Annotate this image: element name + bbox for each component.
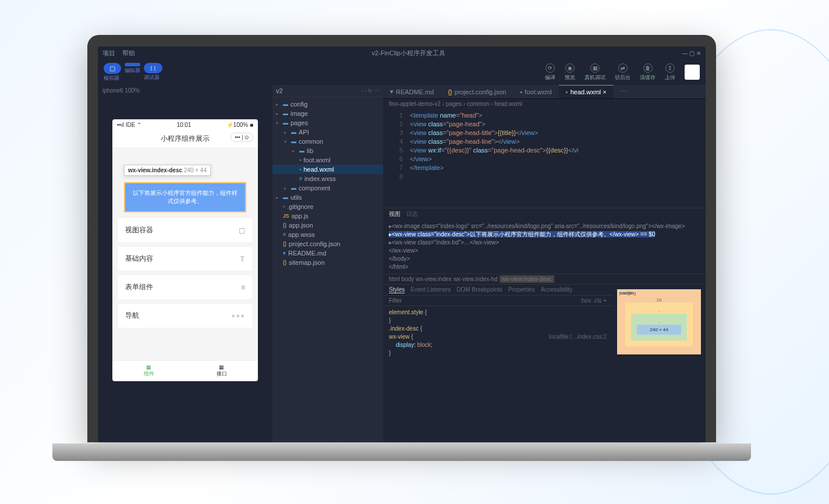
titlebar: 项目帮助 v2-FinClip小程序开发工具 — ▢ ✕: [98, 47, 706, 59]
styles-filter-input[interactable]: [389, 297, 580, 304]
list-item[interactable]: 基础内容𝕋: [118, 247, 252, 271]
tree-item-utils[interactable]: ▸▬utils: [272, 193, 383, 202]
inspect-tooltip: wx-view.index-desc 240 × 44: [124, 165, 211, 176]
tab-project.config.json[interactable]: {}project.config.json: [441, 85, 513, 98]
tree-item-pages[interactable]: ▾▬pages: [272, 118, 383, 127]
styles-tab-Styles[interactable]: Styles: [389, 286, 405, 293]
elements-panel[interactable]: ▸<wx-image class="index-logo" src="../re…: [383, 220, 706, 274]
tab-组件[interactable]: ▦组件: [112, 361, 185, 381]
tree-item-head.wxml[interactable]: ▪head.wxml: [272, 165, 383, 174]
status-time: 10:01: [176, 122, 191, 128]
toolbar-调试器[interactable]: ⫶⫶: [144, 63, 162, 73]
filter-toggles[interactable]: :hov .cls +: [580, 297, 607, 304]
styles-tab-Properties[interactable]: Properties: [508, 286, 535, 293]
list-item[interactable]: 导航∘∘∘: [118, 304, 252, 328]
app-title: 小程序组件展示: [161, 134, 210, 143]
tab-接口[interactable]: ▦接口: [185, 361, 258, 381]
toolbar-上传[interactable]: ↥上传: [665, 63, 675, 81]
tree-root: v2: [276, 87, 283, 94]
crumb-wx-view.index[interactable]: wx-view.index: [416, 276, 452, 282]
tree-item-app.wxss[interactable]: #app.wxss: [272, 230, 383, 239]
code-editor[interactable]: 1<template name="head">2 <view class="pa…: [383, 109, 706, 208]
avatar[interactable]: [685, 65, 700, 80]
toolbar-编译[interactable]: ⟳编译: [545, 63, 555, 81]
crumb-wx-view.index-desc[interactable]: wx-view.index-desc: [499, 275, 554, 283]
toolbar: ▢模拟器编辑器⫶⫶调试器 ⟳编译◉预览▦真机调试⇄切后台🗑清缓存↥上传: [98, 59, 706, 85]
tree-item-config[interactable]: ▸▬config: [272, 100, 383, 109]
tree-item-common[interactable]: ▾▬common: [272, 137, 383, 146]
toolbar-预览[interactable]: ◉预览: [565, 63, 575, 81]
crumb-html[interactable]: html: [389, 276, 400, 282]
status-right: ⚡100% ■: [226, 122, 253, 128]
tree-item-API[interactable]: ▸▬API: [272, 127, 383, 137]
crumb-body[interactable]: body: [402, 276, 414, 282]
styles-tab-DOM Breakpoints[interactable]: DOM Breakpoints: [456, 286, 502, 293]
tree-item-.gitignore[interactable]: ▫.gitignore: [272, 202, 383, 211]
highlighted-element[interactable]: 以下将展示小程序官方组件能力，组件样式仅供参考。: [124, 182, 246, 212]
editor-tabs[interactable]: ▾README.md{}project.config.json▪foot.wxm…: [383, 85, 706, 99]
css-rules[interactable]: element.style {}.index-desc {</span></di…: [383, 306, 612, 360]
devtools-tab-视图[interactable]: 视图: [389, 210, 401, 218]
tree-item-component[interactable]: ▸▬component: [272, 183, 383, 193]
breadcrumb[interactable]: fino-applet-demo-v2 › pages › common › h…: [383, 99, 706, 109]
tab-README.md[interactable]: ▾README.md: [383, 85, 441, 98]
ide-screen: 项目帮助 v2-FinClip小程序开发工具 — ▢ ✕ ▢模拟器编辑器⫶⫶调试…: [98, 47, 706, 442]
menu-帮助[interactable]: 帮助: [122, 49, 135, 58]
tab-foot.wxml[interactable]: ▪foot.wxml: [513, 85, 558, 98]
file-tree[interactable]: ▸▬config▸▬image▾▬pages▸▬API▾▬common▸▬lib…: [272, 97, 383, 269]
window-title: v2-FinClip小程序开发工具: [135, 49, 682, 58]
toolbar-切后台[interactable]: ⇄切后台: [615, 63, 630, 81]
status-left: ••ıl IDE ⌃: [117, 122, 141, 128]
laptop-mockup: 项目帮助 v2-FinClip小程序开发工具 — ▢ ✕ ▢模拟器编辑器⫶⫶调试…: [87, 35, 716, 454]
list-item[interactable]: 表单组件≡: [118, 275, 252, 299]
dom-breadcrumb[interactable]: html body wx-view.index wx-view.index-hd…: [383, 274, 706, 285]
tree-item-app.json[interactable]: {}app.json: [272, 221, 383, 230]
tree-item-project.config.json[interactable]: {}project.config.json: [272, 239, 383, 249]
toolbar-模拟器[interactable]: ▢: [104, 63, 121, 74]
toolbar-真机调试[interactable]: ▦真机调试: [584, 63, 605, 81]
tree-item-README.md[interactable]: ▾README.md: [272, 249, 383, 258]
box-model: margin10 border- padding- 240 × 44: [612, 285, 706, 442]
toolbar-清缓存[interactable]: 🗑清缓存: [640, 63, 656, 81]
list-item[interactable]: 视图容器▢: [118, 218, 252, 242]
tree-actions[interactable]: ▫ ▫ ↻ ⋯: [362, 88, 380, 94]
capsule-button[interactable]: ••• | ⊙: [231, 133, 253, 142]
styles-tab-Event Listeners[interactable]: Event Listeners: [410, 286, 451, 293]
editor-panel: ▾README.md{}project.config.json▪foot.wxm…: [383, 85, 706, 442]
tree-item-foot.wxml[interactable]: ▪foot.wxml: [272, 155, 383, 165]
simulator-panel: iphone6 100% ••ıl IDE ⌃ 10:01 ⚡100% ■ 小程…: [98, 85, 272, 442]
devtools-tab-日志[interactable]: 日志: [406, 210, 418, 218]
styles-tab-Accessibility[interactable]: Accessibility: [541, 286, 572, 293]
tree-item-sitemap.json[interactable]: {}sitemap.json: [272, 258, 383, 267]
phone-preview[interactable]: ••ıl IDE ⌃ 10:01 ⚡100% ■ 小程序组件展示 ••• | ⊙…: [112, 119, 258, 381]
toolbar-编辑器[interactable]: [125, 63, 140, 66]
tree-item-index.wxss[interactable]: #index.wxss: [272, 174, 383, 183]
device-label: iphone6 100%: [98, 85, 272, 96]
tree-item-lib[interactable]: ▸▬lib: [272, 146, 383, 155]
tab-head.wxml[interactable]: ▪head.wxml ×: [559, 85, 614, 98]
tabs-overflow[interactable]: ⋯: [614, 85, 634, 98]
tree-item-image[interactable]: ▸▬image: [272, 109, 383, 118]
file-tree-panel: v2 ▫ ▫ ↻ ⋯ ▸▬config▸▬image▾▬pages▸▬API▾▬…: [272, 85, 383, 442]
menu-项目[interactable]: 项目: [102, 49, 115, 58]
window-controls[interactable]: — ▢ ✕: [682, 50, 701, 56]
tree-item-app.js[interactable]: JSapp.js: [272, 211, 383, 221]
crumb-wx-view.index-hd[interactable]: wx-view.index-hd: [454, 276, 498, 282]
devtools: 视图日志 ▸<wx-image class="index-logo" src="…: [383, 208, 706, 442]
